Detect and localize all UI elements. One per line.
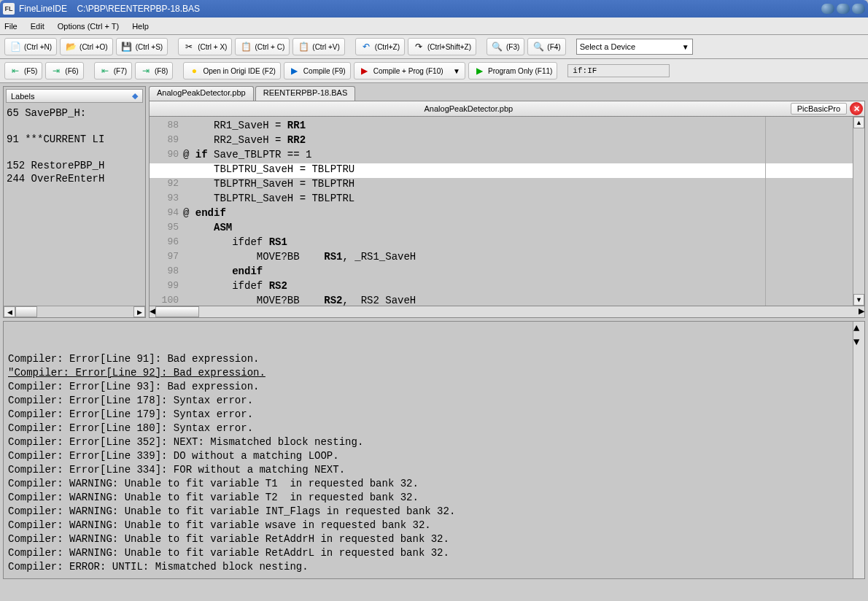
labels-header[interactable]: Labels◆ xyxy=(6,89,143,103)
new-button[interactable]: 📄(Ctrl +N) xyxy=(4,38,57,55)
output-line: Compiler: WARNING: Unable to fit variabl… xyxy=(8,477,860,491)
menu-edit[interactable]: Edit xyxy=(31,22,44,31)
right-margin-line xyxy=(765,117,766,306)
indent-left-button[interactable]: ⇤(F5) xyxy=(4,62,42,80)
output-line: Compiler: WARNING: Unable to fit variabl… xyxy=(8,532,860,546)
play-green-icon: ▶ xyxy=(473,65,485,77)
line-gutter: 888990919293949596979899100 xyxy=(150,117,183,306)
open-origi-button[interactable]: ●Open in Origi IDE (F2) xyxy=(183,62,280,80)
outdent-icon: ⇥ xyxy=(50,65,62,77)
output-line: Compiler: Error[Line 334]: FOR without a… xyxy=(8,463,860,477)
compile-prog-button[interactable]: ▶Compile + Prog (F10) ▼ xyxy=(354,62,465,80)
copy-button[interactable]: 📋(Ctrl + C) xyxy=(235,38,290,55)
scroll-left-icon[interactable]: ◀ xyxy=(4,306,15,317)
f8-button[interactable]: ⇥(F8) xyxy=(135,62,173,80)
device-select[interactable]: Select a Device▼ xyxy=(576,39,693,55)
labels-hscrollbar[interactable]: ◀ ▶ xyxy=(4,306,145,317)
snippet-box[interactable]: if:IF xyxy=(567,64,670,77)
paste-icon: 📋 xyxy=(298,41,309,53)
replace-button[interactable]: 🔍(F4) xyxy=(527,38,565,55)
output-line: Compiler: Error[Line 352]: NEXT: Mismatc… xyxy=(8,435,860,449)
folder-open-icon: 📂 xyxy=(65,41,77,53)
output-line: Compiler: WARNING: Unable to fit variabl… xyxy=(8,491,860,505)
maximize-button[interactable] xyxy=(837,4,850,14)
scroll-up-icon[interactable]: ▲ xyxy=(853,322,864,336)
labels-list[interactable]: 65 SavePBP_H: 91 ***CURRENT LI 152 Resto… xyxy=(4,105,145,306)
scroll-left-icon[interactable]: ◀ xyxy=(150,306,155,317)
search-icon: 🔍 xyxy=(492,41,503,53)
output-panel[interactable]: Compiler: Error[Line 91]: Bad expression… xyxy=(3,321,865,579)
file-header: AnalogPeakDetector.pbp PicBasicPro ✕ xyxy=(149,101,865,117)
copy-icon: 📋 xyxy=(240,41,252,53)
cut-button[interactable]: ✂(Ctrl + X) xyxy=(178,38,232,55)
menubar: File Edit Options (Ctrl + T) Help xyxy=(0,18,868,35)
compile-button[interactable]: ▶Compile (F9) xyxy=(284,62,351,80)
code-panel: AnalogPeakDetector.pbp REENTERPBP-18.BAS… xyxy=(149,86,865,318)
output-line: Compiler: Error[Line 91]: Bad expression… xyxy=(8,352,860,366)
labels-panel: Labels◆ 65 SavePBP_H: 91 ***CURRENT LI 1… xyxy=(3,86,146,318)
tab-analogpeak[interactable]: AnalogPeakDetector.pbp xyxy=(149,86,254,101)
output-line: Compiler: ERROR: UNTIL: Mismatched block… xyxy=(8,560,860,574)
output-line: Compiler: Error[Line 179]: Syntax error. xyxy=(8,408,860,422)
menu-file[interactable]: File xyxy=(4,22,18,31)
output-line: Compiler: Error[Line 180]: Syntax error. xyxy=(8,422,860,435)
dropdown-arrow-icon[interactable]: ▼ xyxy=(453,67,460,75)
scissors-icon: ✂ xyxy=(183,41,195,53)
close-file-button[interactable]: ✕ xyxy=(850,102,863,115)
scroll-right-icon[interactable]: ▶ xyxy=(133,306,145,317)
output-line: Compiler: Error[Line 93]: Bad expression… xyxy=(8,380,860,394)
step-over-icon: ⇥ xyxy=(140,65,152,77)
scroll-up-icon[interactable]: ▲ xyxy=(853,117,864,128)
menu-options[interactable]: Options (Ctrl + T) xyxy=(58,22,119,31)
f7-button[interactable]: ⇤(F7) xyxy=(94,62,132,80)
output-line: Compiler: Error[Line 178]: Syntax error. xyxy=(8,394,860,408)
undo-button[interactable]: ↶(Ctrl+Z) xyxy=(355,38,405,55)
play-red-icon: ▶ xyxy=(359,65,371,77)
code-area[interactable]: 888990919293949596979899100 RR1_SaveH = … xyxy=(149,117,865,306)
diamond-icon: ◆ xyxy=(132,91,138,101)
save-disk-icon: 💾 xyxy=(121,41,133,53)
output-vscrollbar[interactable]: ▲ ▼ xyxy=(853,322,864,578)
scroll-right-icon[interactable]: ▶ xyxy=(859,306,864,317)
menu-help[interactable]: Help xyxy=(132,22,149,31)
toolbar-row-2: ⇤(F5) ⇥(F6) ⇤(F7) ⇥(F8) ●Open in Origi I… xyxy=(0,59,868,83)
indent-icon: ⇤ xyxy=(9,65,21,77)
paste-button[interactable]: 📋(Ctrl +V) xyxy=(292,38,345,55)
search-replace-icon: 🔍 xyxy=(532,41,544,53)
output-line: Compiler: Error[Line 339]: DO without a … xyxy=(8,449,860,463)
minimize-button[interactable] xyxy=(821,4,834,14)
output-line: Compiler: WARNING: Unable to fit variabl… xyxy=(8,519,860,532)
language-badge[interactable]: PicBasicPro xyxy=(791,103,847,115)
output-line: "Compiler: Error[Line 92]: Bad expressio… xyxy=(8,366,860,380)
yellow-circle-icon: ● xyxy=(188,65,200,77)
app-title: FineLineIDE C:\PBP\REENTERPBP-18.BAS xyxy=(19,4,200,14)
scroll-down-icon[interactable]: ▼ xyxy=(853,336,864,349)
tab-reenterpbp[interactable]: REENTERPBP-18.BAS xyxy=(255,86,356,101)
close-button[interactable] xyxy=(852,4,865,14)
toolbar-row-1: 📄(Ctrl +N) 📂(Ctrl +O) 💾(Ctrl +S) ✂(Ctrl … xyxy=(0,35,868,59)
new-file-icon: 📄 xyxy=(9,41,21,53)
redo-icon: ↷ xyxy=(413,41,425,53)
indent-right-button[interactable]: ⇥(F6) xyxy=(45,62,83,80)
output-line: Compiler: WARNING: Unable to fit variabl… xyxy=(8,505,860,519)
program-only-button[interactable]: ▶Program Only (F11) xyxy=(468,62,557,80)
redo-button[interactable]: ↷(Ctrl+Shift+Z) xyxy=(408,38,476,55)
code-vscrollbar[interactable]: ▲ ▼ xyxy=(853,117,864,306)
code-hscrollbar[interactable]: ◀ ▶ xyxy=(149,306,865,318)
save-button[interactable]: 💾(Ctrl +S) xyxy=(116,38,168,55)
play-blue-icon: ▶ xyxy=(289,65,301,77)
editor-tabs: AnalogPeakDetector.pbp REENTERPBP-18.BAS xyxy=(149,86,865,101)
scroll-down-icon[interactable]: ▼ xyxy=(853,294,864,306)
step-icon: ⇤ xyxy=(99,65,111,77)
dropdown-arrow-icon: ▼ xyxy=(682,43,689,51)
find-button[interactable]: 🔍(F3) xyxy=(487,38,524,55)
undo-icon: ↶ xyxy=(360,41,372,53)
output-line: Compiler: WARNING: Unable to fit variabl… xyxy=(8,546,860,560)
titlebar[interactable]: FL FineLineIDE C:\PBP\REENTERPBP-18.BAS xyxy=(0,0,868,18)
open-button[interactable]: 📂(Ctrl +O) xyxy=(60,38,113,55)
code-lines[interactable]: RR1_SaveH = RR1 RR2_SaveH = RR2@ if Save… xyxy=(183,117,853,306)
app-icon: FL xyxy=(3,3,15,15)
file-name: AnalogPeakDetector.pbp xyxy=(150,104,788,113)
